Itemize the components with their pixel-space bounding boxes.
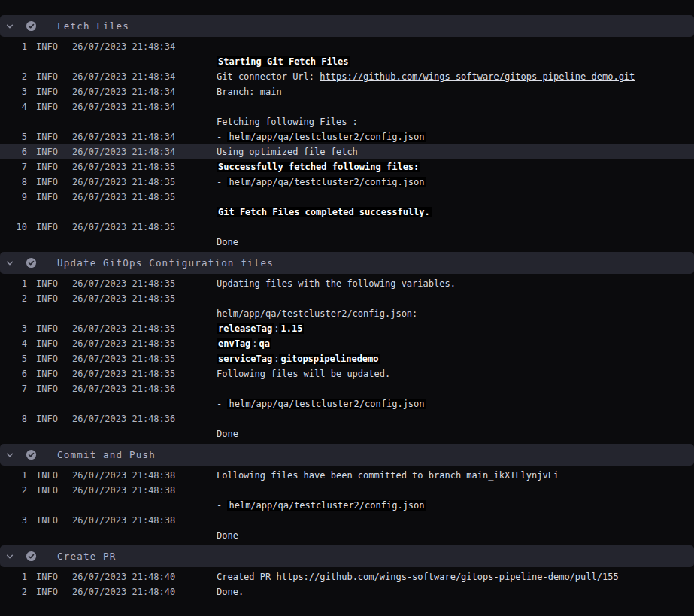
log-message-text: Using optimized file fetch bbox=[217, 147, 358, 157]
line-number: 10 bbox=[0, 220, 27, 235]
log-link[interactable]: https://github.com/wings-software/gitops… bbox=[276, 572, 618, 582]
chevron-down-icon[interactable] bbox=[5, 21, 14, 31]
log-line: Git Fetch Files completed successfully. bbox=[0, 205, 694, 220]
log-message bbox=[217, 513, 694, 528]
log-message: helm/app/qa/testcluster2/config.json: bbox=[217, 306, 694, 321]
log-timestamp: 26/07/2023 21:48:34 bbox=[72, 144, 217, 159]
log-timestamp bbox=[72, 306, 217, 321]
line-number bbox=[0, 396, 27, 411]
log-message-text: helm/app/qa/testcluster2/config.json bbox=[227, 500, 426, 511]
log-timestamp: 26/07/2023 21:48:34 bbox=[72, 129, 217, 144]
log-line: 3INFO26/07/2023 21:48:35releaseTag:1.15 bbox=[0, 321, 694, 336]
check-circle-icon bbox=[25, 449, 37, 461]
log-timestamp: 26/07/2023 21:48:35 bbox=[72, 336, 217, 351]
step-header-commit-and-push[interactable]: Commit and Push bbox=[0, 444, 694, 466]
step-section-update-gitops-configuration-files: Update GitOps Configuration files1INFO26… bbox=[0, 252, 694, 444]
log-line: 8INFO26/07/2023 21:48:36 bbox=[0, 411, 694, 426]
log-lines: 1INFO26/07/2023 21:48:40Created PR https… bbox=[0, 567, 694, 602]
log-line: 7INFO26/07/2023 21:48:35Successfully fet… bbox=[0, 159, 694, 174]
step-header-fetch-files[interactable]: Fetch Files bbox=[0, 15, 694, 37]
log-message-text: Done. bbox=[217, 587, 244, 597]
line-number: 6 bbox=[0, 144, 27, 159]
log-line: 4INFO26/07/2023 21:48:34 bbox=[0, 99, 694, 114]
line-number: 2 bbox=[0, 291, 27, 306]
step-section-fetch-files: Fetch Files1INFO26/07/2023 21:48:34Start… bbox=[0, 15, 694, 252]
line-number: 1 bbox=[0, 569, 27, 584]
log-message-text: - bbox=[217, 132, 227, 142]
log-level: INFO bbox=[27, 291, 72, 306]
line-number: 7 bbox=[0, 381, 27, 396]
log-message bbox=[217, 411, 694, 426]
step-header-update-gitops-configuration-files[interactable]: Update GitOps Configuration files bbox=[0, 252, 694, 274]
log-level: INFO bbox=[27, 513, 72, 528]
log-timestamp: 26/07/2023 21:48:36 bbox=[72, 381, 217, 396]
log-message bbox=[217, 39, 694, 54]
log-message-text: releaseTag bbox=[217, 323, 274, 334]
log-message: Git connector Url: https://github.com/wi… bbox=[217, 69, 694, 84]
log-message-text: Updating files with the following variab… bbox=[217, 278, 456, 289]
line-number bbox=[0, 426, 27, 442]
log-timestamp: 26/07/2023 21:48:35 bbox=[72, 174, 217, 190]
chevron-down-icon[interactable] bbox=[5, 551, 14, 561]
log-message: - helm/app/qa/testcluster2/config.json bbox=[217, 174, 694, 190]
line-number: 8 bbox=[0, 174, 27, 190]
log-message bbox=[217, 291, 694, 306]
line-number bbox=[0, 235, 27, 250]
log-lines: 1INFO26/07/2023 21:48:35Updating files w… bbox=[0, 274, 694, 444]
log-level: INFO bbox=[27, 468, 72, 483]
log-timestamp: 26/07/2023 21:48:34 bbox=[72, 84, 217, 99]
log-message-text: Done bbox=[217, 429, 238, 439]
log-level: INFO bbox=[27, 336, 72, 351]
log-link[interactable]: https://github.com/wings-software/gitops… bbox=[320, 71, 635, 82]
console-top-spacer bbox=[0, 0, 694, 15]
chevron-down-icon[interactable] bbox=[5, 258, 14, 268]
log-level bbox=[27, 528, 72, 543]
line-number: 1 bbox=[0, 39, 27, 54]
log-line: 6INFO26/07/2023 21:48:35Following files … bbox=[0, 366, 694, 381]
log-timestamp bbox=[72, 54, 217, 69]
log-line: - helm/app/qa/testcluster2/config.json bbox=[0, 498, 694, 513]
log-message-text: gitopspipelinedemo bbox=[279, 354, 380, 364]
log-level: INFO bbox=[27, 276, 72, 291]
log-message-text: : bbox=[252, 338, 257, 349]
log-line: 9INFO26/07/2023 21:48:35 bbox=[0, 190, 694, 205]
step-header-create-pr[interactable]: Create PR bbox=[0, 545, 694, 567]
log-timestamp bbox=[72, 235, 217, 250]
log-timestamp: 26/07/2023 21:48:35 bbox=[72, 276, 217, 291]
chevron-down-icon[interactable] bbox=[5, 450, 14, 460]
log-timestamp: 26/07/2023 21:48:34 bbox=[72, 99, 217, 114]
line-number: 2 bbox=[0, 69, 27, 84]
line-number: 3 bbox=[0, 321, 27, 336]
log-level: INFO bbox=[27, 321, 72, 336]
log-timestamp: 26/07/2023 21:48:35 bbox=[72, 321, 217, 336]
log-line: helm/app/qa/testcluster2/config.json: bbox=[0, 306, 694, 321]
line-number: 4 bbox=[0, 336, 27, 351]
log-timestamp: 26/07/2023 21:48:36 bbox=[72, 411, 217, 426]
log-message bbox=[217, 381, 694, 396]
log-line: 7INFO26/07/2023 21:48:36 bbox=[0, 381, 694, 396]
log-message-text: Following files have been committed to b… bbox=[217, 470, 559, 481]
log-line: 2INFO26/07/2023 21:48:35 bbox=[0, 291, 694, 306]
log-message-text: serviceTag bbox=[217, 354, 274, 364]
line-number bbox=[0, 114, 27, 129]
log-timestamp: 26/07/2023 21:48:35 bbox=[72, 351, 217, 366]
log-level bbox=[27, 306, 72, 321]
check-circle-icon bbox=[25, 257, 37, 269]
log-level: INFO bbox=[27, 159, 72, 174]
log-timestamp: 26/07/2023 21:48:34 bbox=[72, 39, 217, 54]
log-message: - helm/app/qa/testcluster2/config.json bbox=[217, 129, 694, 144]
log-message: Following files will be updated. bbox=[217, 366, 694, 381]
log-timestamp bbox=[72, 498, 217, 513]
log-line: 1INFO26/07/2023 21:48:34 bbox=[0, 39, 694, 54]
line-number: 3 bbox=[0, 84, 27, 99]
log-line: 1INFO26/07/2023 21:48:35Updating files w… bbox=[0, 276, 694, 291]
log-line: Fetching following Files : bbox=[0, 114, 694, 129]
log-message: envTag:qa bbox=[217, 336, 694, 351]
line-number bbox=[0, 306, 27, 321]
log-message: Git Fetch Files completed successfully. bbox=[217, 205, 694, 220]
log-level bbox=[27, 426, 72, 442]
log-message-text: - bbox=[217, 177, 227, 187]
line-number: 2 bbox=[0, 483, 27, 498]
log-message: Successfully fetched following files: bbox=[217, 159, 694, 174]
log-level bbox=[27, 396, 72, 411]
